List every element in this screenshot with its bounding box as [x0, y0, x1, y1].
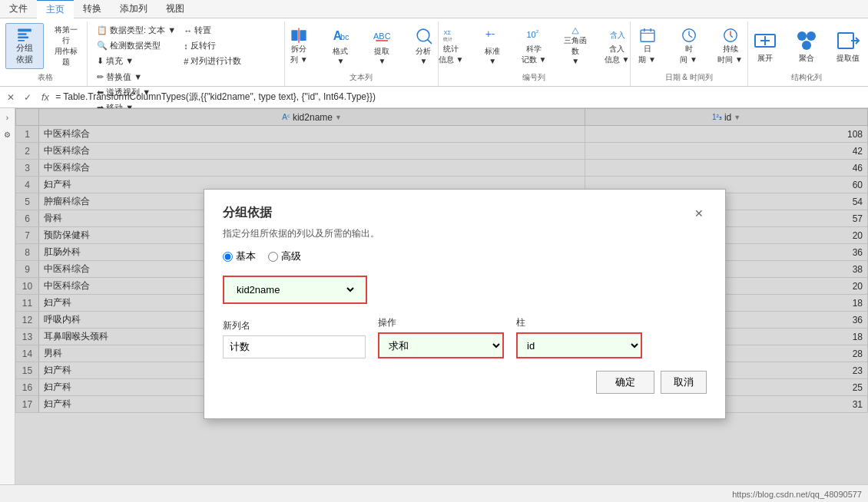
dialog-close-btn[interactable]: ✕	[691, 206, 707, 221]
aggregate-btn[interactable]: 聚合	[787, 23, 826, 69]
count-col-btn[interactable]: #对列进行计数	[181, 54, 244, 68]
kid2name-cell: 中医科综合	[39, 143, 585, 160]
formula-confirm-btn[interactable]: ✓	[20, 90, 35, 105]
row-num-cell: 1	[16, 126, 39, 143]
stats-btn[interactable]: XΣ 统计 统计 信息 ▼	[432, 23, 470, 69]
ribbon-group-table-items: 分组 依据 将第一行 用作标题	[5, 23, 85, 71]
expand-btn[interactable]: 展开	[746, 23, 784, 69]
svg-text:2: 2	[536, 28, 539, 34]
dialog-titlebar: 分组依据 ✕	[223, 205, 707, 221]
scientific-btn[interactable]: 10 2 科学 记数 ▼	[515, 23, 553, 69]
row-num-cell: 9	[16, 261, 39, 278]
triangle-btn[interactable]: 三角函数 ▼	[556, 23, 595, 69]
col-select[interactable]: id	[518, 334, 641, 357]
operation-select[interactable]: 求和	[379, 334, 502, 357]
row-num-cell: 7	[16, 227, 39, 244]
ribbon-content: 分组 依据 将第一行 用作标题 表格 📋数据类型	[0, 18, 868, 86]
id-col-label: id	[724, 112, 731, 123]
date-icon	[635, 27, 660, 44]
extract-val-btn[interactable]: 提取值	[829, 23, 867, 69]
new-col-label: 新列名	[223, 319, 366, 332]
sidebar-expand-icon[interactable]: ›	[2, 111, 14, 124]
replace-btn[interactable]: ✏替换值 ▼	[94, 70, 155, 84]
ribbon-group-table-label: 表格	[38, 71, 53, 84]
kid2name-type-icon: Aᶜ	[282, 113, 290, 121]
row-num-cell: 15	[16, 362, 39, 379]
id-cell: 42	[585, 143, 868, 160]
extract-btn[interactable]: ABC 提取 ▼	[363, 23, 401, 69]
row-num-cell: 2	[16, 143, 39, 160]
scientific-icon: 10 2	[522, 27, 546, 44]
format-icon: A bc	[328, 27, 353, 46]
id-cell: 108	[585, 126, 868, 143]
tab-home[interactable]: 主页	[37, 0, 74, 18]
triangle-icon	[563, 27, 588, 35]
row-num-cell: 8	[16, 244, 39, 261]
table-container: Aᶜ kid2name ▼ 1²₃ id ▼	[15, 108, 868, 484]
svg-line-33	[731, 35, 733, 38]
transpose-btn[interactable]: ↔转置	[181, 23, 244, 38]
radio-advanced[interactable]	[268, 252, 278, 262]
date-btn[interactable]: 日 期 ▼	[628, 23, 667, 69]
detect-type-btn[interactable]: 🔍检测数据类型	[94, 38, 179, 53]
new-col-wrapper: 新列名	[223, 319, 366, 358]
svg-text:统计: 统计	[444, 36, 453, 41]
dialog-ok-btn[interactable]: 确定	[596, 371, 654, 394]
col-header-kid2name[interactable]: Aᶜ kid2name ▼	[39, 109, 585, 126]
ribbon-group-text-col-label: 文本列	[350, 71, 373, 84]
tab-transform[interactable]: 转换	[74, 0, 111, 18]
group-by-btn[interactable]: 分组 依据	[5, 23, 44, 69]
format-btn[interactable]: A bc 格式 ▼	[321, 23, 359, 69]
fill-btn[interactable]: ⬇填充 ▼	[94, 54, 179, 68]
stats-icon: XΣ 统计	[439, 27, 463, 44]
groupby-select[interactable]: kid2name	[234, 283, 356, 296]
radio-basic-label[interactable]: 基本	[223, 249, 256, 263]
split-icon	[287, 27, 311, 44]
kid2name-dropdown-icon[interactable]: ▼	[335, 114, 342, 121]
ribbon-group-table: 分组 依据 将第一行 用作标题 表格	[3, 21, 88, 86]
ribbon-group-struct-label: 结构化列	[791, 71, 822, 84]
ribbon-group-num-col: XΣ 统计 统计 信息 ▼ +- 标准 ▼ 10 2 科学 记	[439, 21, 631, 86]
extract-val-icon	[836, 28, 860, 53]
svg-rect-14	[376, 40, 389, 41]
tab-add-col[interactable]: 添加列	[111, 0, 157, 18]
col-header-id[interactable]: 1²₃ id ▼	[585, 109, 868, 126]
new-col-input[interactable]	[223, 335, 366, 358]
split-col-btn[interactable]: 拆分 列 ▼	[280, 23, 318, 69]
duration-btn[interactable]: 持续 时间 ▼	[711, 23, 750, 69]
sidebar-settings-icon[interactable]: ⚙	[2, 128, 14, 140]
svg-rect-9	[300, 30, 306, 41]
dialog-cancel-btn[interactable]: 取消	[661, 371, 707, 394]
time-btn[interactable]: 时 间 ▼	[670, 23, 708, 69]
svg-line-30	[689, 35, 692, 38]
tab-file[interactable]: 文件	[0, 0, 37, 18]
svg-rect-8	[292, 30, 298, 41]
kid2name-cell: 中医科综合	[39, 126, 585, 143]
num-col-items: XΣ 统计 统计 信息 ▼ +- 标准 ▼ 10 2 科学 记	[432, 23, 636, 71]
kid2name-cell: 中医科综合	[39, 160, 585, 177]
duration-icon	[718, 27, 743, 44]
radio-basic[interactable]	[223, 252, 233, 262]
row-num-cell: 11	[16, 295, 39, 312]
formula-input[interactable]	[55, 92, 865, 103]
tab-view[interactable]: 视图	[157, 0, 194, 18]
first-row-header-btn[interactable]: 将第一行 用作标题	[47, 23, 85, 69]
svg-text:bc: bc	[340, 32, 350, 41]
radio-advanced-label[interactable]: 高级	[268, 249, 301, 263]
svg-rect-0	[18, 29, 31, 32]
text-col-items: 拆分 列 ▼ A bc 格式 ▼ ABC 提取 ▼	[280, 23, 442, 71]
svg-text:+-: +-	[485, 28, 495, 40]
ribbon-group-text-col: 拆分 列 ▼ A bc 格式 ▼ ABC 提取 ▼	[285, 21, 439, 86]
svg-rect-1	[18, 33, 26, 35]
reverse-btn[interactable]: ↕反转行	[181, 38, 244, 53]
any-col-col1: 📋数据类型: 文本 ▼ 🔍检测数据类型 ⬇填充 ▼	[94, 23, 179, 68]
table-row: 2 中医科综合 42	[16, 143, 868, 160]
formula-cancel-btn[interactable]: ✕	[3, 90, 18, 105]
id-cell: 46	[585, 160, 868, 177]
dialog-desc: 指定分组所依据的列以及所需的输出。	[223, 227, 707, 240]
id-dropdown-icon[interactable]: ▼	[734, 114, 740, 121]
standard-btn[interactable]: +- 标准 ▼	[473, 23, 512, 69]
formula-bar-btns: ✕ ✓	[3, 90, 35, 105]
struct-items: 展开 聚合 提取值	[746, 23, 867, 71]
datatype-btn[interactable]: 📋数据类型: 文本 ▼	[94, 23, 179, 38]
